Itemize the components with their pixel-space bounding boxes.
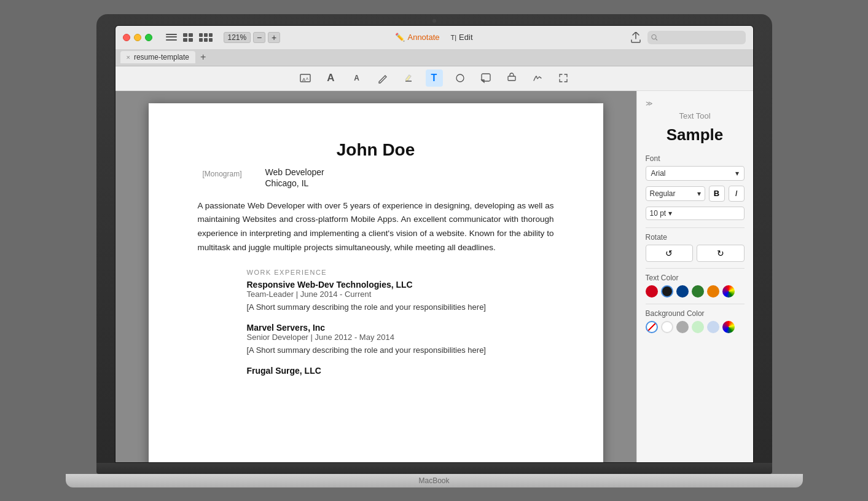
svg-point-0 <box>651 34 655 39</box>
text-color-row <box>646 285 745 298</box>
increase-font-tool[interactable]: A <box>323 69 340 87</box>
stamp-tool[interactable] <box>503 69 520 87</box>
expand-tool[interactable] <box>555 69 572 87</box>
rotate-buttons: ↺ ↻ <box>646 245 745 262</box>
close-button[interactable] <box>123 34 130 41</box>
title-bar-center: ✏️ Annotate T| Edit <box>395 33 472 42</box>
resize-tool[interactable]: A A <box>297 69 314 87</box>
color-orange[interactable] <box>707 285 719 298</box>
search-input[interactable] <box>660 33 741 42</box>
laptop-chin <box>96 463 772 474</box>
new-tab-button[interactable]: + <box>200 52 206 63</box>
font-dropdown-icon: ▾ <box>735 169 739 178</box>
rotate-cw-icon: ↻ <box>717 248 724 258</box>
font-style-row: Regular ▾ B I <box>646 186 745 202</box>
zoom-value[interactable]: 121% <box>224 32 251 43</box>
fullscreen-button[interactable] <box>145 34 152 41</box>
rotate-label: Rotate <box>646 233 745 242</box>
font-value: Arial <box>651 169 666 178</box>
pdf-page: John Doe [Monogram] Web Developer Chicag… <box>149 103 603 462</box>
job-desc-1: [A Short summary describing the role and… <box>247 302 554 312</box>
decrease-font-tool[interactable]: A <box>348 69 366 87</box>
edit-text-icon: T| <box>451 34 457 41</box>
pdf-viewer[interactable]: John Doe [Monogram] Web Developer Chicag… <box>115 91 636 462</box>
macbook-label: MacBook <box>418 476 449 485</box>
annotate-pencil-icon: ✏️ <box>395 33 405 42</box>
font-style-selector[interactable]: Regular ▾ <box>646 186 705 201</box>
job-dates-1: Team-Leader | June 2014 - Current <box>247 290 554 299</box>
bg-color-row <box>646 321 745 333</box>
laptop-screen: 121% − + ✏️ Annotate T| Edit <box>115 25 754 463</box>
tab-bar: × resume-template + <box>115 49 753 66</box>
text-color-label: Text Color <box>646 274 745 282</box>
bg-light-green[interactable] <box>692 321 704 333</box>
job-entry-2: Marvel Servers, Inc Senior Developer | J… <box>198 323 554 355</box>
resume-title-info: Web Developer Chicago, IL <box>265 167 324 188</box>
minimize-button[interactable] <box>134 34 141 41</box>
resume-monogram: [Monogram] <box>198 167 247 188</box>
grid-view-icon[interactable] <box>183 33 193 42</box>
signature-tool[interactable] <box>529 69 546 87</box>
main-content: John Doe [Monogram] Web Developer Chicag… <box>115 91 753 462</box>
tab-title: resume-template <box>134 53 189 61</box>
title-bar: 121% − + ✏️ Annotate T| Edit <box>115 26 753 49</box>
pen-tool[interactable] <box>374 69 391 87</box>
resume-summary: A passionate Web Developer with over 5 y… <box>198 199 554 256</box>
bg-multicolor[interactable] <box>722 321 735 333</box>
job-company-2: Marvel Servers, Inc <box>247 323 554 333</box>
color-multicolor-text[interactable] <box>722 285 735 298</box>
color-green[interactable] <box>692 285 704 298</box>
panel-section-title: Text Tool <box>646 111 745 120</box>
italic-button[interactable]: I <box>729 186 745 202</box>
shape-tool[interactable] <box>452 69 469 87</box>
font-size-selector[interactable]: 10 pt ▾ <box>646 207 745 220</box>
bg-gray[interactable] <box>676 321 689 333</box>
search-box[interactable] <box>647 31 746 44</box>
share-button[interactable] <box>629 31 643 44</box>
svg-rect-8 <box>508 76 515 81</box>
search-icon <box>651 34 658 41</box>
annotate-label: Annotate <box>407 33 439 42</box>
highlight-tool[interactable] <box>400 69 417 87</box>
zoom-in-button[interactable]: + <box>268 32 280 43</box>
text-tool[interactable]: T <box>426 69 443 87</box>
panel-collapse-btn[interactable]: ≫ <box>646 100 653 108</box>
multipage-view-icon[interactable] <box>199 33 213 42</box>
annotate-button[interactable]: ✏️ Annotate <box>395 33 439 42</box>
tab-close-icon[interactable]: × <box>127 53 130 61</box>
text-color-section: Text Color <box>646 274 745 298</box>
panel-sample-text: Sample <box>646 125 745 144</box>
edit-button[interactable]: T| Edit <box>451 33 473 42</box>
annotation-toolbar: A A A A <box>115 66 753 91</box>
divider-2 <box>646 268 745 269</box>
bg-white[interactable] <box>661 321 673 333</box>
font-size-dropdown-icon: ▾ <box>668 209 672 218</box>
resume-name: John Doe <box>198 140 554 160</box>
rotate-ccw-button[interactable]: ↺ <box>646 245 694 262</box>
camera-dot <box>432 19 436 23</box>
font-selector[interactable]: Arial ▾ <box>646 166 745 181</box>
sidebar-icon[interactable] <box>166 33 177 42</box>
rotate-cw-button[interactable]: ↻ <box>697 245 745 262</box>
resume-header: [Monogram] Web Developer Chicago, IL <box>198 167 554 188</box>
note-tool[interactable] <box>477 69 495 87</box>
font-label: Font <box>646 154 745 163</box>
zoom-control[interactable]: 121% − + <box>224 32 281 43</box>
bg-transparent[interactable] <box>646 321 658 333</box>
right-panel: ≫ Text Tool Sample Font Arial ▾ Regular <box>636 91 753 462</box>
title-bar-right <box>629 31 746 44</box>
bg-light-blue[interactable] <box>707 321 719 333</box>
laptop-body: 121% − + ✏️ Annotate T| Edit <box>96 14 772 463</box>
zoom-out-button[interactable]: − <box>253 32 265 43</box>
bg-color-section: Background Color <box>646 309 745 333</box>
bold-button[interactable]: B <box>709 186 725 202</box>
color-red[interactable] <box>646 285 658 298</box>
font-style-value: Regular <box>650 189 676 198</box>
color-black[interactable] <box>661 285 673 298</box>
tab-resume-template[interactable]: × resume-template <box>120 51 195 63</box>
color-dark-blue[interactable] <box>676 285 689 298</box>
bg-color-label: Background Color <box>646 309 745 318</box>
work-experience-label: WORK EXPERIENCE <box>198 269 554 276</box>
resume-job-title: Web Developer <box>265 167 324 177</box>
svg-point-6 <box>456 74 464 82</box>
